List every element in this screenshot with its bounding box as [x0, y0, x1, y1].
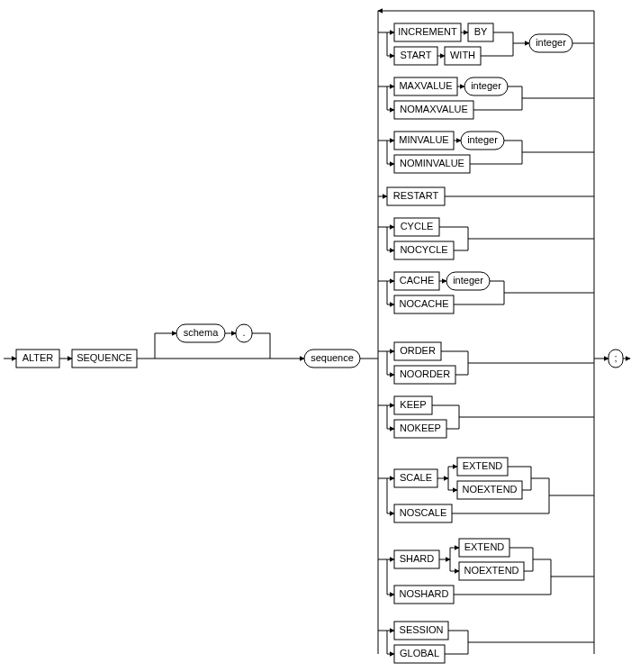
kw-nomaxvalue-label: NOMAXVALUE	[400, 104, 468, 114]
kw-nokeep: NOKEEP	[394, 420, 446, 438]
kw-increment-label: INCREMENT	[398, 26, 457, 37]
kw-restart: RESTART	[387, 187, 445, 205]
kw-shard-label: SHARD	[400, 553, 435, 564]
term-integer-min: integer	[461, 132, 504, 150]
kw-noscale: NOSCALE	[394, 504, 452, 522]
kw-maxvalue: MAXVALUE	[394, 77, 457, 95]
kw-nocycle: NOCYCLE	[394, 241, 454, 259]
kw-scale: SCALE	[394, 469, 437, 487]
kw-shard-noextend-label: NOEXTEND	[464, 565, 518, 576]
term-dot-label: .	[242, 327, 245, 338]
term-integer-inc-label: integer	[536, 37, 566, 48]
term-integer-cache: integer	[446, 272, 490, 290]
kw-keep-label: KEEP	[400, 399, 426, 410]
term-sequence-label: sequence	[311, 352, 354, 363]
kw-scale-label: SCALE	[400, 472, 432, 483]
kw-nocache-label: NOCACHE	[399, 298, 448, 309]
term-schema: schema	[176, 324, 225, 342]
kw-cache-label: CACHE	[400, 275, 435, 286]
kw-maxvalue-label: MAXVALUE	[399, 80, 452, 91]
kw-restart-label: RESTART	[393, 190, 439, 201]
term-integer-inc: integer	[529, 34, 572, 52]
kw-minvalue-label: MINVALUE	[399, 134, 448, 145]
kw-nominvalue: NOMINVALUE	[394, 155, 470, 173]
kw-noshard: NOSHARD	[394, 586, 454, 604]
kw-noorder-label: NOORDER	[400, 368, 450, 379]
kw-sequence-label: SEQUENCE	[77, 352, 132, 363]
kw-noorder: NOORDER	[394, 366, 455, 384]
term-sequence: sequence	[304, 350, 360, 368]
kw-sequence: SEQUENCE	[72, 350, 137, 368]
kw-global: GLOBAL	[394, 645, 445, 663]
kw-with-label: WITH	[450, 50, 475, 60]
kw-by-label: BY	[474, 26, 488, 37]
kw-shard-extend: EXTEND	[459, 539, 509, 557]
kw-nominvalue-label: NOMINVALUE	[400, 158, 464, 168]
kw-alter: ALTER	[16, 350, 59, 368]
kw-nocycle-label: NOCYCLE	[400, 244, 447, 255]
kw-scale-extend: EXTEND	[457, 458, 508, 476]
kw-shard-extend-label: EXTEND	[464, 541, 505, 552]
kw-cycle-label: CYCLE	[401, 221, 434, 232]
term-semicolon-label: ;	[614, 352, 617, 363]
kw-global-label: GLOBAL	[400, 648, 439, 658]
term-integer-max: integer	[464, 77, 508, 95]
kw-session: SESSION	[394, 622, 448, 640]
kw-by: BY	[468, 23, 493, 41]
kw-order: ORDER	[394, 342, 441, 360]
term-integer-cache-label: integer	[453, 275, 483, 286]
kw-start: START	[394, 47, 437, 65]
kw-cycle: CYCLE	[394, 218, 439, 236]
kw-shard-noextend: NOEXTEND	[459, 562, 524, 580]
kw-scale-noextend: NOEXTEND	[457, 481, 522, 499]
kw-nomaxvalue: NOMAXVALUE	[394, 101, 473, 119]
kw-noscale-label: NOSCALE	[400, 507, 447, 518]
kw-keep: KEEP	[394, 396, 432, 414]
kw-session-label: SESSION	[400, 624, 444, 635]
kw-start-label: START	[400, 50, 431, 60]
kw-nocache: NOCACHE	[394, 295, 454, 313]
term-dot: .	[236, 324, 252, 342]
kw-scale-noextend-label: NOEXTEND	[462, 484, 517, 495]
kw-noshard-label: NOSHARD	[399, 588, 448, 599]
term-integer-min-label: integer	[467, 134, 498, 145]
kw-with: WITH	[445, 47, 481, 65]
term-schema-label: schema	[184, 327, 219, 338]
kw-increment: INCREMENT	[394, 23, 461, 41]
kw-nokeep-label: NOKEEP	[400, 422, 441, 433]
kw-scale-extend-label: EXTEND	[463, 460, 503, 471]
kw-cache: CACHE	[394, 272, 439, 290]
kw-order-label: ORDER	[400, 345, 436, 356]
term-integer-max-label: integer	[471, 80, 501, 91]
kw-alter-label: ALTER	[23, 352, 54, 363]
term-semicolon: ;	[608, 350, 623, 368]
kw-minvalue: MINVALUE	[394, 132, 454, 150]
kw-shard: SHARD	[394, 550, 439, 568]
